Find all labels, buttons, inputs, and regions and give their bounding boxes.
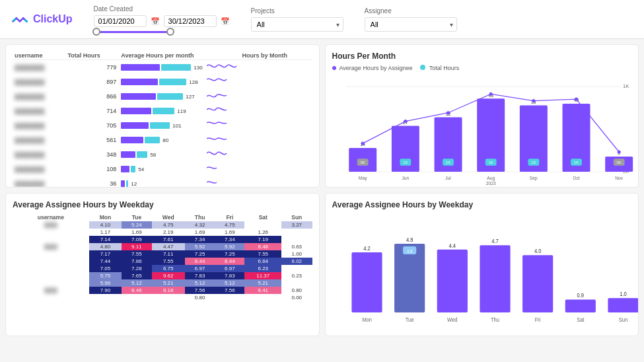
- legend-avg-entry: Average Hours by Assignee: [332, 65, 413, 71]
- cell-sun: [281, 265, 312, 272]
- username-cell: ████████: [13, 133, 65, 147]
- sparkline-cell: [205, 133, 240, 147]
- bar-cyan: [145, 137, 160, 143]
- assignee-select[interactable]: All: [365, 17, 457, 32]
- weekday-data-table: usernameMonTueWedThuFriSatSun████4.105.2…: [13, 213, 312, 301]
- avg-hours-bar-cell: 58: [119, 147, 204, 162]
- svg-text:4.4: 4.4: [448, 242, 456, 249]
- bar-purple: [121, 108, 151, 114]
- table-row: ████████ 779 130: [13, 60, 312, 75]
- avg-val: 130: [194, 65, 202, 71]
- weekday-username: [13, 272, 89, 279]
- bar-cyan: [137, 151, 147, 158]
- date-end-input[interactable]: [164, 15, 217, 27]
- weekday-table-row: 0.800.00: [13, 294, 312, 301]
- calendar-icon-start: 📅: [151, 17, 160, 26]
- date-start-input[interactable]: [94, 15, 147, 27]
- sparkline-cell: [205, 162, 240, 176]
- cell-sun: [281, 236, 312, 243]
- slider-thumb-left[interactable]: [92, 28, 100, 36]
- cell-tue: 7.55: [122, 250, 151, 258]
- logo: ClickUp: [11, 10, 73, 28]
- cell-sat: 7.19: [244, 236, 281, 243]
- svg-text:4.2: 4.2: [363, 244, 371, 252]
- svg-rect-64: [565, 300, 595, 313]
- bar-purple: [121, 166, 129, 172]
- cell-sun: 0.80: [281, 287, 312, 294]
- cell-fri: 7.34: [215, 236, 244, 243]
- bar-cyan: [161, 64, 191, 71]
- weekday-username: [13, 229, 89, 236]
- total-hours-cell: 714: [65, 104, 119, 118]
- svg-text:Sun: Sun: [618, 316, 627, 323]
- weekday-table-panel: Average Assignee Hours by Weekday userna…: [5, 193, 320, 336]
- username-cell: ████████: [13, 104, 65, 118]
- date-range-slider[interactable]: [94, 31, 230, 33]
- weekday-username: [13, 279, 89, 287]
- sparkline-svg: [207, 133, 238, 145]
- weekday-username: ████: [13, 221, 89, 229]
- weekday-table-row: 1.171.692.191.691.691.26: [13, 229, 312, 236]
- projects-select-wrapper[interactable]: All: [251, 17, 343, 32]
- user-hours-table: username Total Hours Average Hours per m…: [13, 52, 312, 188]
- svg-text:Sat: Sat: [577, 316, 585, 323]
- hours-per-month-chart: 1K0K140KMay271KJun321KJul431KAug391KSep4…: [332, 75, 632, 180]
- top-bar: ClickUp Date Created 📅 📅 Projects All As…: [0, 0, 644, 39]
- table-row: ████████ 705 101: [13, 118, 312, 133]
- sparkline-svg: [207, 148, 238, 160]
- assignee-select-wrapper[interactable]: All: [365, 17, 457, 32]
- svg-text:0.9: 0.9: [577, 292, 584, 299]
- cell-fri: 5.92: [215, 243, 244, 250]
- calendar-icon-end: 📅: [221, 17, 230, 26]
- cell-tue: [122, 294, 151, 301]
- username-cell: ████████: [13, 147, 65, 162]
- avg-hours-bar-cell: 80: [119, 133, 204, 147]
- cell-sun: 3.27: [281, 221, 312, 229]
- svg-point-44: [574, 98, 577, 101]
- bar-purple: [121, 137, 143, 143]
- table-row: ████████ 561 80: [13, 133, 312, 147]
- sparkline-cell: [205, 75, 240, 89]
- weekday-table-row: ████4.809.114.475.925.928.480.63: [13, 243, 312, 250]
- sparkline-svg: [207, 75, 238, 87]
- weekday-col-header: Sat: [244, 213, 281, 221]
- logo-text: ClickUp: [33, 13, 73, 25]
- cell-tue: 7.86: [122, 258, 151, 265]
- date-inputs: 📅 📅: [94, 15, 230, 27]
- cell-mon: 7.14: [89, 236, 122, 243]
- cell-mon: 7.90: [89, 287, 122, 294]
- cell-tue: 7.28: [122, 265, 151, 272]
- username-cell: ████████: [13, 176, 65, 188]
- legend-avg-text: Average Hours by Assignee: [340, 65, 413, 71]
- username-cell: ████████: [13, 162, 65, 176]
- slider-track: [94, 31, 173, 33]
- cell-thu: 7.83: [185, 272, 215, 279]
- legend-avg-dot: [332, 66, 336, 70]
- total-hours-cell: 561: [65, 133, 119, 147]
- username-cell: ████████: [13, 89, 65, 104]
- cell-sun: 0.23: [281, 272, 312, 279]
- sparkline-cell: [205, 176, 240, 188]
- sparkline-svg: [207, 90, 238, 102]
- svg-point-41: [447, 111, 450, 114]
- weekday-table-row: 7.057.286.756.976.976.23: [13, 265, 312, 272]
- total-hours-cell: 36: [65, 176, 119, 188]
- weekday-username: [13, 294, 89, 301]
- svg-point-39: [361, 142, 364, 145]
- cell-thu: 7.25: [185, 250, 215, 258]
- cell-fri: 1.69: [215, 229, 244, 236]
- svg-rect-61: [522, 255, 553, 312]
- cell-tue: 8.46: [122, 287, 151, 294]
- cell-thu: 4.32: [185, 221, 215, 229]
- bar-purple: [121, 79, 158, 85]
- avg-hours-bar-cell: 101: [119, 118, 204, 133]
- slider-thumb-right[interactable]: [166, 28, 174, 36]
- svg-text:1K: 1K: [623, 83, 629, 89]
- cell-fri: 7.83: [215, 272, 244, 279]
- svg-text:1K: 1K: [403, 161, 408, 164]
- cell-tue: 7.65: [122, 272, 151, 279]
- bar-cyan: [153, 108, 174, 114]
- projects-select[interactable]: All: [251, 17, 343, 32]
- svg-text:Mon: Mon: [362, 316, 372, 323]
- user-hours-panel: username Total Hours Average Hours per m…: [5, 44, 320, 188]
